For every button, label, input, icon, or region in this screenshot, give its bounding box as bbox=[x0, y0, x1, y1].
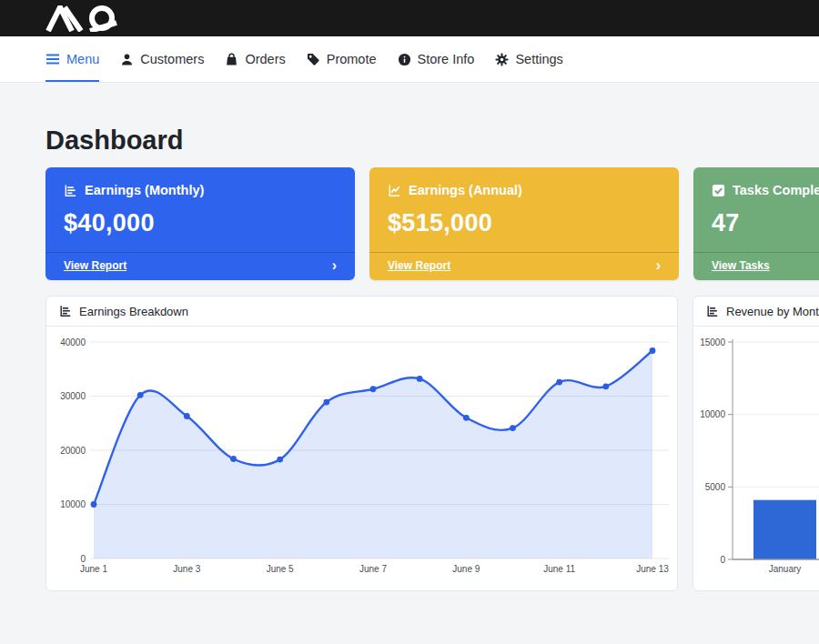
panel-header: Earnings Breakdown bbox=[46, 297, 677, 327]
panel-body: 150001000050000January bbox=[693, 327, 819, 590]
earnings-breakdown-panel: Earnings Breakdown 400003000020000100000… bbox=[46, 296, 678, 591]
brand-logo-mq-icon[interactable] bbox=[46, 5, 122, 32]
svg-text:June 11: June 11 bbox=[543, 564, 575, 574]
card-footer: View Report › bbox=[46, 252, 355, 280]
revenue-by-month-chart: 150001000050000January bbox=[693, 327, 819, 590]
nav-label: Store Info bbox=[418, 52, 475, 66]
bar-chart-icon bbox=[64, 184, 77, 197]
card-tasks-completed: Tasks Completed 47 View Tasks › bbox=[693, 167, 819, 280]
card-body: Tasks Completed 47 bbox=[693, 167, 819, 252]
view-report-link[interactable]: View Report bbox=[64, 259, 126, 272]
card-title: Earnings (Annual) bbox=[409, 183, 522, 197]
chevron-right-icon[interactable]: › bbox=[332, 257, 337, 274]
card-value: $40,000 bbox=[64, 209, 337, 237]
main-navbar: Menu Customers Orders Promote Store Info bbox=[0, 36, 819, 83]
card-footer: View Report › bbox=[369, 252, 679, 280]
svg-text:0: 0 bbox=[80, 554, 86, 564]
chart-panels-row: Earnings Breakdown 400003000020000100000… bbox=[46, 296, 774, 591]
check-square-icon bbox=[712, 184, 725, 197]
nav-item-menu[interactable]: Menu bbox=[46, 36, 99, 82]
svg-text:40000: 40000 bbox=[60, 337, 86, 347]
card-title: Earnings (Monthly) bbox=[85, 183, 204, 197]
card-value: $515,000 bbox=[388, 209, 661, 237]
card-body: Earnings (Monthly) $40,000 bbox=[46, 167, 355, 252]
panel-header: Revenue by Month bbox=[693, 297, 819, 327]
svg-text:0: 0 bbox=[720, 555, 725, 565]
revenue-by-month-panel: Revenue by Month 150001000050000January bbox=[693, 296, 819, 591]
info-circle-icon bbox=[398, 53, 411, 66]
top-app-bar bbox=[0, 0, 819, 36]
nav-label: Settings bbox=[515, 52, 562, 66]
card-value: 47 bbox=[712, 209, 819, 237]
stat-cards-row: Earnings (Monthly) $40,000 View Report ›… bbox=[46, 167, 774, 280]
card-earnings-annual: Earnings (Annual) $515,000 View Report › bbox=[369, 167, 679, 280]
card-body: Earnings (Annual) $515,000 bbox=[369, 167, 679, 252]
svg-text:20000: 20000 bbox=[60, 446, 86, 456]
svg-text:June 7: June 7 bbox=[359, 564, 387, 574]
gear-icon bbox=[495, 53, 509, 66]
hamburger-icon bbox=[46, 53, 60, 65]
tag-icon bbox=[307, 53, 320, 66]
nav-label: Menu bbox=[66, 52, 99, 66]
view-tasks-link[interactable]: View Tasks bbox=[712, 259, 770, 272]
svg-text:June 13: June 13 bbox=[636, 564, 669, 574]
panel-title: Earnings Breakdown bbox=[79, 305, 188, 318]
svg-text:10000: 10000 bbox=[60, 499, 86, 509]
svg-text:June 3: June 3 bbox=[173, 564, 200, 574]
nav-item-settings[interactable]: Settings bbox=[495, 36, 562, 82]
svg-text:15000: 15000 bbox=[700, 337, 725, 347]
shopping-bag-icon bbox=[225, 53, 238, 66]
person-icon bbox=[120, 53, 134, 66]
svg-text:June 1: June 1 bbox=[80, 564, 107, 574]
page-title: Dashboard bbox=[46, 126, 774, 156]
bar-chart-icon bbox=[59, 305, 72, 317]
nav-item-promote[interactable]: Promote bbox=[307, 36, 377, 82]
panel-body: 400003000020000100000June 1June 3June 5J… bbox=[46, 327, 677, 590]
nav-item-orders[interactable]: Orders bbox=[225, 36, 285, 82]
earnings-breakdown-chart: 400003000020000100000June 1June 3June 5J… bbox=[46, 327, 677, 590]
svg-text:10000: 10000 bbox=[700, 409, 725, 419]
nav-item-customers[interactable]: Customers bbox=[120, 36, 204, 82]
panel-title: Revenue by Month bbox=[726, 305, 819, 318]
bar-chart-icon bbox=[706, 305, 719, 317]
card-title: Tasks Completed bbox=[733, 183, 819, 197]
view-report-link[interactable]: View Report bbox=[388, 259, 450, 272]
nav-label: Orders bbox=[245, 52, 285, 66]
card-footer: View Tasks › bbox=[693, 252, 819, 280]
nav-label: Promote bbox=[327, 52, 377, 66]
svg-text:June 5: June 5 bbox=[267, 564, 294, 574]
svg-text:30000: 30000 bbox=[60, 391, 86, 401]
dashboard-content: Dashboard Earnings (Monthly) $40,000 Vie… bbox=[0, 126, 819, 591]
nav-label: Customers bbox=[140, 52, 204, 66]
nav-item-store-info[interactable]: Store Info bbox=[398, 36, 475, 82]
svg-text:January: January bbox=[769, 564, 802, 574]
card-earnings-monthly: Earnings (Monthly) $40,000 View Report › bbox=[46, 167, 355, 280]
chevron-right-icon[interactable]: › bbox=[656, 257, 661, 274]
line-chart-icon bbox=[388, 184, 401, 197]
svg-text:June 9: June 9 bbox=[452, 564, 480, 574]
svg-text:5000: 5000 bbox=[705, 482, 726, 492]
